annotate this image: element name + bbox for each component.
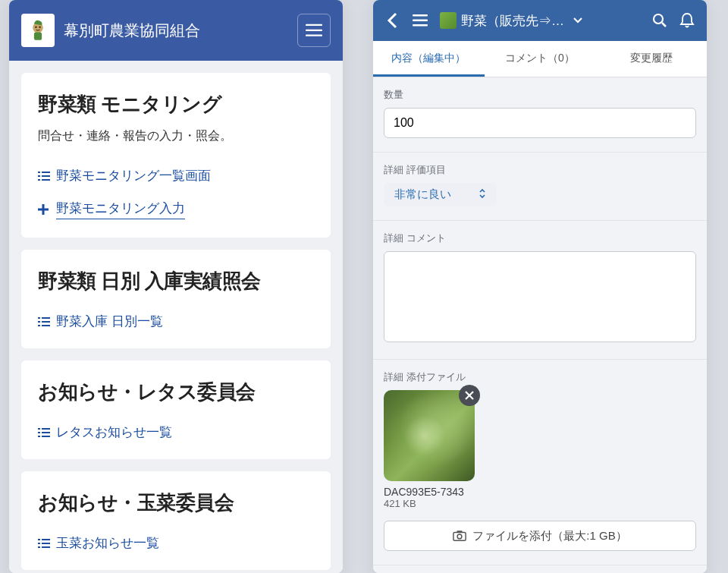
file-name: DAC993E5-7343 bbox=[384, 486, 475, 498]
svg-rect-15 bbox=[38, 317, 40, 319]
org-name: 幕別町農業協同組合 bbox=[64, 20, 297, 41]
quantity-label: 数量 bbox=[384, 88, 696, 102]
list-icon bbox=[38, 171, 52, 181]
svg-rect-16 bbox=[42, 317, 50, 319]
link-daily-stock-list[interactable]: 野菜入庫 日別一覧 bbox=[38, 305, 314, 338]
attach-file-button[interactable]: ファイルを添付（最大:1 GB） bbox=[384, 521, 696, 551]
form-body: 数量 詳細 評価項目 非常に良い 詳細 コメント 詳細 添付ファイル DAC99… bbox=[373, 77, 707, 573]
link-label: 玉菜お知らせ一覧 bbox=[56, 534, 159, 552]
tab-bar: 内容（編集中） コメント（0） 変更履歴 bbox=[373, 41, 707, 77]
svg-rect-21 bbox=[38, 428, 40, 430]
svg-rect-11 bbox=[38, 179, 40, 181]
tab-comments[interactable]: コメント（0） bbox=[485, 41, 596, 77]
comment-textarea[interactable] bbox=[384, 251, 696, 342]
file-size: 421 KB bbox=[384, 498, 475, 509]
svg-rect-22 bbox=[42, 428, 50, 430]
svg-rect-30 bbox=[42, 543, 50, 544]
card-title: 野菜類 モニタリング bbox=[38, 91, 314, 118]
plus-icon bbox=[38, 204, 52, 215]
left-phone: 幕別町農業協同組合 野菜類 モニタリング 問合せ・連絡・報告の入力・照会。 野菜… bbox=[9, 0, 343, 573]
svg-rect-24 bbox=[42, 432, 50, 433]
card-daily-stock: 野菜類 日別 入庫実績照会 野菜入庫 日別一覧 bbox=[21, 250, 331, 348]
svg-point-2 bbox=[39, 27, 40, 28]
link-cabbage-notice-list[interactable]: 玉菜お知らせ一覧 bbox=[38, 527, 314, 559]
card-title: お知らせ・玉菜委員会 bbox=[38, 490, 314, 516]
svg-point-41 bbox=[457, 534, 462, 539]
org-avatar bbox=[21, 14, 55, 47]
menu-button[interactable] bbox=[406, 5, 434, 36]
svg-rect-42 bbox=[457, 530, 463, 533]
search-icon bbox=[652, 13, 667, 28]
link-lettuce-notice-list[interactable]: レタスお知らせ一覧 bbox=[38, 416, 314, 449]
list-icon bbox=[38, 427, 52, 438]
left-header: 幕別町農業協同組合 bbox=[9, 0, 343, 61]
svg-rect-20 bbox=[42, 325, 50, 326]
search-button[interactable] bbox=[646, 5, 673, 36]
tab-history[interactable]: 変更履歴 bbox=[595, 41, 707, 77]
svg-rect-28 bbox=[42, 539, 50, 540]
svg-rect-4 bbox=[306, 24, 322, 26]
svg-rect-27 bbox=[38, 539, 40, 540]
chevron-left-icon bbox=[387, 12, 399, 29]
svg-rect-10 bbox=[42, 175, 50, 177]
section-quantity: 数量 bbox=[373, 77, 707, 153]
svg-rect-23 bbox=[38, 432, 40, 433]
chevron-down-icon bbox=[573, 17, 582, 24]
attach-button-label: ファイルを添付（最大:1 GB） bbox=[472, 529, 626, 543]
section-rating: 詳細 評価項目 非常に良い bbox=[373, 153, 707, 221]
card-cabbage-notice: お知らせ・玉菜委員会 玉菜お知らせ一覧 bbox=[21, 471, 331, 570]
select-caret-icon bbox=[479, 188, 486, 201]
rating-select[interactable]: 非常に良い bbox=[384, 183, 497, 206]
section-comment: 詳細 コメント bbox=[373, 221, 707, 360]
svg-rect-40 bbox=[453, 533, 466, 541]
link-monitoring-input[interactable]: 野菜モニタリング入力 bbox=[38, 192, 314, 227]
link-label: レタスお知らせ一覧 bbox=[56, 423, 172, 441]
svg-rect-7 bbox=[38, 172, 40, 173]
rating-label: 詳細 評価項目 bbox=[384, 163, 696, 177]
link-monitoring-list[interactable]: 野菜モニタリング一覧画面 bbox=[38, 159, 314, 192]
svg-rect-31 bbox=[38, 546, 40, 548]
card-title: お知らせ・レタス委員会 bbox=[38, 379, 314, 405]
section-attachment: 詳細 添付ファイル DAC993E5-7343 421 KB ファイルを添付（最… bbox=[373, 360, 707, 565]
svg-rect-25 bbox=[38, 436, 40, 437]
svg-rect-35 bbox=[413, 24, 428, 27]
right-phone: 野菜（販売先⇒… 内容（編集中） コメント（0） 変更履歴 数量 詳細 評価項目… bbox=[373, 0, 707, 573]
comment-label: 詳細 コメント bbox=[384, 231, 696, 245]
list-icon bbox=[38, 316, 52, 327]
svg-rect-5 bbox=[306, 30, 322, 31]
back-button[interactable] bbox=[379, 5, 406, 36]
svg-point-1 bbox=[35, 27, 36, 28]
svg-line-37 bbox=[662, 23, 666, 27]
camera-icon bbox=[453, 530, 466, 542]
card-desc: 問合せ・連絡・報告の入力・照会。 bbox=[38, 128, 314, 144]
link-label: 野菜モニタリング入力 bbox=[56, 200, 185, 219]
nav-menu-button[interactable] bbox=[297, 14, 331, 47]
header-title: 野菜（販売先⇒… bbox=[461, 12, 564, 30]
right-header: 野菜（販売先⇒… bbox=[373, 0, 707, 41]
bell-icon bbox=[679, 12, 695, 29]
close-icon bbox=[464, 390, 475, 401]
card-title: 野菜類 日別 入庫実績照会 bbox=[38, 268, 314, 294]
attachment-item: DAC993E5-7343 421 KB bbox=[384, 390, 475, 509]
svg-rect-17 bbox=[38, 321, 40, 323]
card-lettuce-notice: お知らせ・レタス委員会 レタスお知らせ一覧 bbox=[21, 360, 331, 459]
attachment-thumbnail[interactable] bbox=[384, 390, 475, 481]
hamburger-icon bbox=[413, 14, 428, 27]
link-label: 野菜入庫 日別一覧 bbox=[56, 313, 163, 330]
link-label: 野菜モニタリング一覧画面 bbox=[56, 167, 211, 184]
svg-rect-12 bbox=[42, 179, 50, 181]
tab-content[interactable]: 内容（編集中） bbox=[373, 41, 485, 77]
dropdown-caret[interactable] bbox=[564, 5, 592, 36]
svg-rect-3 bbox=[34, 33, 42, 40]
notifications-button[interactable] bbox=[673, 5, 701, 36]
svg-rect-32 bbox=[42, 546, 50, 548]
svg-rect-9 bbox=[38, 175, 40, 177]
svg-rect-6 bbox=[306, 35, 322, 36]
svg-rect-19 bbox=[38, 325, 40, 326]
remove-attachment-button[interactable] bbox=[459, 385, 480, 406]
svg-rect-33 bbox=[413, 14, 428, 17]
quantity-input[interactable] bbox=[384, 108, 696, 138]
app-icon bbox=[440, 12, 457, 29]
svg-rect-8 bbox=[42, 172, 50, 173]
svg-rect-18 bbox=[42, 321, 50, 323]
